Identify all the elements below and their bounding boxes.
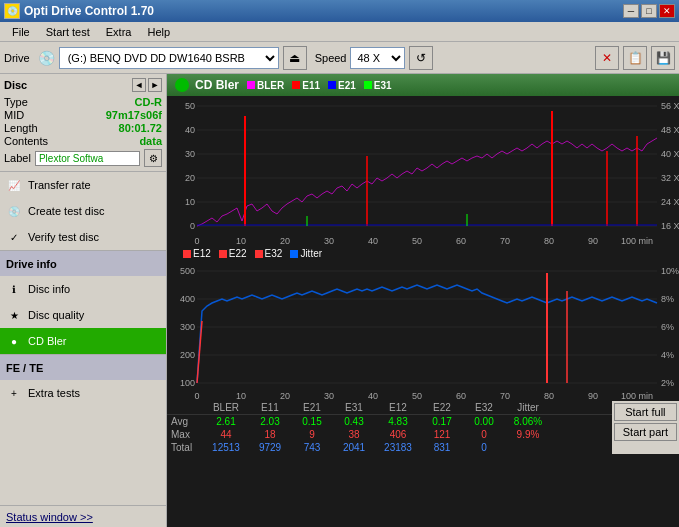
svg-text:60: 60: [456, 236, 466, 246]
eraser-button[interactable]: ✕: [595, 46, 619, 70]
toolbar: Drive 💿 (G:) BENQ DVD DD DW1640 BSRB ⏏ S…: [0, 42, 679, 74]
main-layout: Disc ◄ ► Type CD-R MID 97m17s06f Length …: [0, 74, 679, 527]
stats-col-e11: E11: [249, 402, 291, 413]
chart1-title: CD Bler: [195, 78, 239, 92]
close-button[interactable]: ✕: [659, 4, 675, 18]
chart2-container: 500 400 300 200 100 10% 8% 6% 4% 2% 0 10…: [167, 261, 679, 401]
content-area: CD Bler BLER E11 E21 E31: [167, 74, 679, 527]
title-bar-left: 💿 Opti Drive Control 1.70: [4, 3, 154, 19]
disc-panel: Disc ◄ ► Type CD-R MID 97m17s06f Length …: [0, 74, 166, 172]
stats-total-jitter: [505, 442, 551, 453]
menu-file[interactable]: File: [4, 24, 38, 40]
svg-text:90: 90: [588, 391, 598, 401]
sidebar-item-transfer-rate[interactable]: 📈 Transfer rate: [0, 172, 166, 198]
sidebar-item-verify-test-disc-label: Verify test disc: [28, 231, 99, 243]
disc-mid-row: MID 97m17s06f: [4, 109, 162, 121]
verify-test-disc-icon: ✓: [6, 229, 22, 245]
sidebar-item-extra-tests[interactable]: + Extra tests: [0, 380, 166, 406]
disc-contents-value: data: [139, 135, 162, 147]
disc-title: Disc: [4, 79, 27, 91]
sidebar-item-disc-quality[interactable]: ★ Disc quality: [0, 302, 166, 328]
sidebar-item-disc-info[interactable]: ℹ Disc info: [0, 276, 166, 302]
stats-avg-e11: 2.03: [249, 416, 291, 427]
eject-button[interactable]: ⏏: [283, 46, 307, 70]
svg-text:20: 20: [280, 391, 290, 401]
status-window-label[interactable]: Status window >>: [6, 511, 93, 523]
legend-e21: E21: [328, 80, 356, 91]
legend-e11: E11: [292, 80, 320, 91]
maximize-button[interactable]: □: [641, 4, 657, 18]
stats-avg-e31: 0.43: [333, 416, 375, 427]
svg-text:30: 30: [185, 149, 195, 159]
legend2-jitter-dot: [290, 250, 298, 258]
disc-next-button[interactable]: ►: [148, 78, 162, 92]
legend-e21-dot: [328, 81, 336, 89]
disc-length-row: Length 80:01.72: [4, 122, 162, 134]
sidebar-item-cd-bler[interactable]: ● CD Bler: [0, 328, 166, 354]
svg-text:10%: 10%: [661, 266, 679, 276]
refresh-button[interactable]: ↺: [409, 46, 433, 70]
svg-text:30: 30: [324, 391, 334, 401]
chart1-header: CD Bler BLER E11 E21 E31: [167, 74, 679, 96]
drive-select[interactable]: (G:) BENQ DVD DD DW1640 BSRB: [59, 47, 279, 69]
start-buttons: Start full Start part: [612, 401, 679, 454]
svg-text:0: 0: [194, 236, 199, 246]
stats-avg-jitter: 8.06%: [505, 416, 551, 427]
disc-panel-header: Disc ◄ ►: [4, 78, 162, 92]
start-part-button[interactable]: Start part: [614, 423, 677, 441]
app-icon: 💿: [4, 3, 20, 19]
stats-col-e22: E22: [421, 402, 463, 413]
fe-te-header: FE / TE: [0, 354, 166, 380]
svg-text:20: 20: [280, 236, 290, 246]
legend-bler: BLER: [247, 80, 284, 91]
title-bar-title: Opti Drive Control 1.70: [24, 4, 154, 18]
disc-label-button[interactable]: ⚙: [144, 149, 162, 167]
sidebar-item-cd-bler-label: CD Bler: [28, 335, 67, 347]
svg-text:10: 10: [236, 391, 246, 401]
disc-type-label: Type: [4, 96, 28, 108]
stats-avg-e22: 0.17: [421, 416, 463, 427]
svg-text:8%: 8%: [661, 294, 674, 304]
stats-empty-header: [171, 402, 203, 413]
stats-area: BLER E11 E21 E31 E12 E22 E32 Jitter Avg …: [167, 401, 612, 454]
sidebar-item-create-test-disc[interactable]: 💿 Create test disc: [0, 198, 166, 224]
stats-max-bler: 44: [203, 429, 249, 440]
legend2-jitter: Jitter: [290, 248, 322, 259]
start-full-button[interactable]: Start full: [614, 403, 677, 421]
speed-select[interactable]: 48 X: [350, 47, 405, 69]
disc-quality-icon: ★: [6, 307, 22, 323]
sidebar-item-verify-test-disc[interactable]: ✓ Verify test disc: [0, 224, 166, 250]
save-button[interactable]: 💾: [651, 46, 675, 70]
svg-text:80: 80: [544, 391, 554, 401]
svg-text:10: 10: [185, 197, 195, 207]
stats-max-jitter: 9.9%: [505, 429, 551, 440]
menu-extra[interactable]: Extra: [98, 24, 140, 40]
svg-text:2%: 2%: [661, 378, 674, 388]
disc-type-value: CD-R: [135, 96, 163, 108]
stats-col-e31: E31: [333, 402, 375, 413]
chart2-legend-row: E12 E22 E32 Jitter: [167, 246, 679, 261]
stats-total-e22: 831: [421, 442, 463, 453]
stats-avg-e12: 4.83: [375, 416, 421, 427]
legend-e31-dot: [364, 81, 372, 89]
disc-length-label: Length: [4, 122, 38, 134]
cd-bler-icon: ●: [6, 333, 22, 349]
svg-text:4%: 4%: [661, 350, 674, 360]
svg-text:50: 50: [185, 101, 195, 111]
copy-button[interactable]: 📋: [623, 46, 647, 70]
drive-info-label: Drive info: [6, 258, 57, 270]
menu-help[interactable]: Help: [139, 24, 178, 40]
chart2-svg: 500 400 300 200 100 10% 8% 6% 4% 2% 0 10…: [167, 261, 679, 401]
disc-prev-button[interactable]: ◄: [132, 78, 146, 92]
minimize-button[interactable]: ─: [623, 4, 639, 18]
stats-headers: BLER E11 E21 E31 E12 E22 E32 Jitter: [167, 401, 612, 415]
stats-avg-e32: 0.00: [463, 416, 505, 427]
svg-text:90: 90: [588, 236, 598, 246]
sidebar-item-extra-tests-label: Extra tests: [28, 387, 80, 399]
sidebar-item-create-test-disc-label: Create test disc: [28, 205, 104, 217]
sidebar-item-transfer-rate-label: Transfer rate: [28, 179, 91, 191]
sidebar: Disc ◄ ► Type CD-R MID 97m17s06f Length …: [0, 74, 167, 527]
menu-start-test[interactable]: Start test: [38, 24, 98, 40]
stats-max-e32: 0: [463, 429, 505, 440]
svg-text:40 X: 40 X: [661, 149, 679, 159]
